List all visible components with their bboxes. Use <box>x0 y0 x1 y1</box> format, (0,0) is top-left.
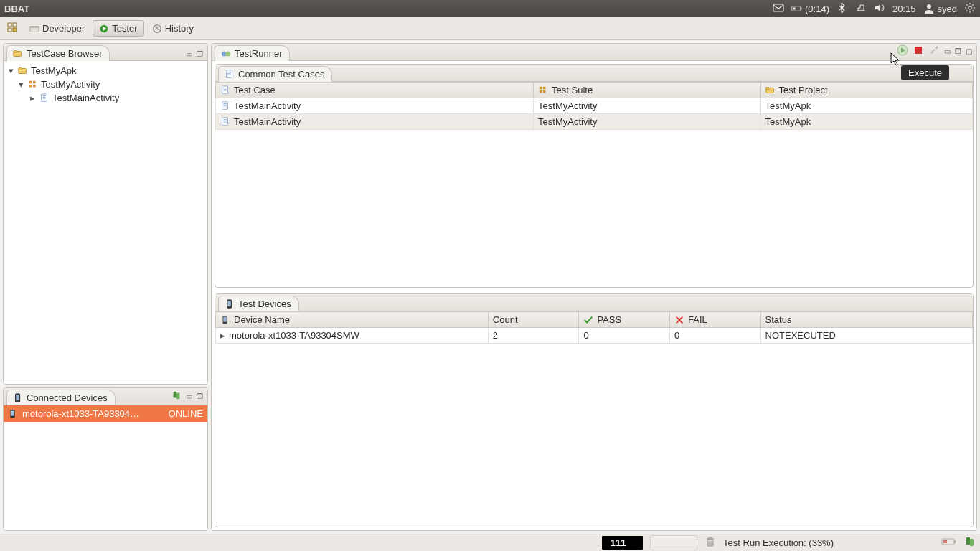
maximize-icon[interactable]: ▢ <box>966 47 972 55</box>
col-fail: FAIL <box>688 314 707 325</box>
restore-icon[interactable]: ❐ <box>955 47 961 55</box>
tree-project[interactable]: ▾ TestMyApk <box>5 64 206 77</box>
suite-icon <box>538 85 548 95</box>
cell-pass: 0 <box>579 328 670 344</box>
phone-icon <box>225 299 235 309</box>
chevron-right-icon[interactable]: ▸ <box>28 93 37 103</box>
svg-rect-11 <box>30 26 39 28</box>
testcase-tree[interactable]: ▾ TestMyApk ▾ TestMyActivity ▸ TestMainA… <box>4 61 207 108</box>
svg-rect-55 <box>970 539 974 546</box>
svg-rect-22 <box>33 85 36 88</box>
connected-devices-list[interactable]: motorola-xt1033-TA93304… ONLINE <box>4 405 207 530</box>
svg-rect-0 <box>773 4 783 11</box>
svg-rect-8 <box>8 28 11 32</box>
project-icon <box>765 85 776 95</box>
chevron-right-icon[interactable]: ▸ <box>220 330 225 341</box>
status-field <box>650 535 697 550</box>
svg-point-4 <box>927 4 931 9</box>
cell-tc: TestMainActivity <box>234 100 301 111</box>
cell-tp: TestMyApk <box>760 114 972 130</box>
col-count: Count <box>493 314 518 325</box>
project-icon <box>18 66 28 76</box>
table-row[interactable]: ▸motorola-xt1033-TA93304SMW 2 0 0 NOTEXE… <box>216 328 973 344</box>
settings-gear-icon[interactable] <box>964 2 976 16</box>
svg-rect-40 <box>540 90 542 93</box>
refresh-devices-icon[interactable] <box>171 390 182 402</box>
test-devices-tab[interactable]: Test Devices <box>218 296 299 311</box>
svg-rect-54 <box>966 537 970 545</box>
testcase-browser-panel: TestCase Browser ▭ ❐ ▾ TestMyApk ▾ <box>3 43 208 385</box>
tree-testcase[interactable]: ▸ TestMainActivity <box>5 91 206 105</box>
device-name: motorola-xt1033-TA93304… <box>22 408 164 419</box>
svg-point-31 <box>225 51 230 56</box>
testcase-browser-tab[interactable]: TestCase Browser <box>6 45 110 61</box>
testrunner-tab[interactable]: TestRunner <box>215 45 290 61</box>
app-title: BBAT <box>4 4 29 14</box>
volume-icon[interactable] <box>874 2 885 16</box>
testcase-table[interactable]: Test Case Test Suite Test Project TestMa… <box>215 82 973 130</box>
maximize-icon[interactable]: ❐ <box>197 50 203 58</box>
open-perspective-icon[interactable] <box>4 22 22 35</box>
table-row[interactable]: TestMainActivity TestMyActivity TestMyAp… <box>216 98 973 114</box>
minimize-icon[interactable]: ▭ <box>186 50 192 58</box>
stop-button[interactable] <box>913 44 924 58</box>
cell-tp: TestMyApk <box>760 98 972 114</box>
table-row[interactable]: TestMainActivity TestMyActivity TestMyAp… <box>216 114 973 130</box>
testcase-icon <box>39 93 50 103</box>
chevron-down-icon[interactable]: ▾ <box>17 79 25 90</box>
svg-rect-20 <box>33 80 36 83</box>
perspective-label: Tester <box>112 23 137 34</box>
tooltip-text: Execute <box>908 67 942 78</box>
perspective-developer[interactable]: Developer <box>23 20 91 37</box>
status-phone-icon[interactable] <box>964 536 976 550</box>
svg-rect-43 <box>765 87 768 89</box>
tooltip: Execute <box>901 65 949 80</box>
testrunner-panel: TestRunner ▭ ❐ ▢ Execute <box>211 43 977 531</box>
user-menu[interactable]: syed <box>923 3 957 14</box>
tree-label: TestMyActivity <box>41 79 100 90</box>
svg-rect-2 <box>801 7 802 9</box>
device-row[interactable]: motorola-xt1033-TA93304… ONLINE <box>4 405 207 422</box>
common-testcases-tab[interactable]: Common Test Cases <box>218 66 332 82</box>
bluetooth-icon[interactable] <box>837 2 848 16</box>
mail-icon[interactable] <box>773 2 784 16</box>
device-status: ONLINE <box>169 408 203 419</box>
svg-rect-26 <box>174 392 176 398</box>
connected-devices-tab[interactable]: Connected Devices <box>6 390 116 405</box>
svg-point-5 <box>969 6 971 9</box>
svg-rect-16 <box>14 50 17 52</box>
svg-rect-35 <box>933 50 935 51</box>
svg-rect-36 <box>227 70 232 77</box>
svg-rect-18 <box>19 67 22 70</box>
trash-icon[interactable] <box>705 536 716 550</box>
network-icon[interactable] <box>855 2 867 16</box>
panel-title: TestRunner <box>235 48 282 59</box>
svg-rect-23 <box>42 93 47 101</box>
testcase-icon <box>220 85 230 95</box>
configure-button[interactable] <box>928 44 940 58</box>
minimize-icon[interactable]: ▭ <box>186 392 192 400</box>
svg-rect-27 <box>176 393 179 400</box>
cross-icon <box>674 315 684 325</box>
svg-rect-38 <box>540 86 542 89</box>
minimize-icon[interactable]: ▭ <box>944 47 951 55</box>
tree-suite[interactable]: ▾ TestMyActivity <box>5 77 206 91</box>
perspective-toolbar: Developer Tester History <box>0 17 980 40</box>
folder-tree-icon <box>13 49 23 59</box>
devices-table[interactable]: Device Name Count PASS FAIL Status ▸moto… <box>215 311 973 344</box>
connected-devices-panel: Connected Devices ▭ ❐ motorola-xt1033-TA… <box>3 387 208 531</box>
perspective-label: Developer <box>42 23 85 34</box>
clock[interactable]: 20:15 <box>892 4 916 14</box>
battery-icon[interactable]: (0:14) <box>791 3 829 14</box>
phone-icon <box>8 409 18 419</box>
suite-icon <box>28 80 38 90</box>
perspective-history[interactable]: History <box>146 20 200 37</box>
col-testcase: Test Case <box>234 85 275 95</box>
chevron-down-icon[interactable]: ▾ <box>6 65 15 76</box>
svg-rect-29 <box>11 410 14 415</box>
col-testsuite: Test Suite <box>552 85 593 95</box>
status-text: Test Run Execution: (33%) <box>723 537 834 548</box>
tree-label: TestMyApk <box>31 65 77 76</box>
perspective-tester[interactable]: Tester <box>93 20 143 37</box>
maximize-icon[interactable]: ❐ <box>197 392 203 400</box>
